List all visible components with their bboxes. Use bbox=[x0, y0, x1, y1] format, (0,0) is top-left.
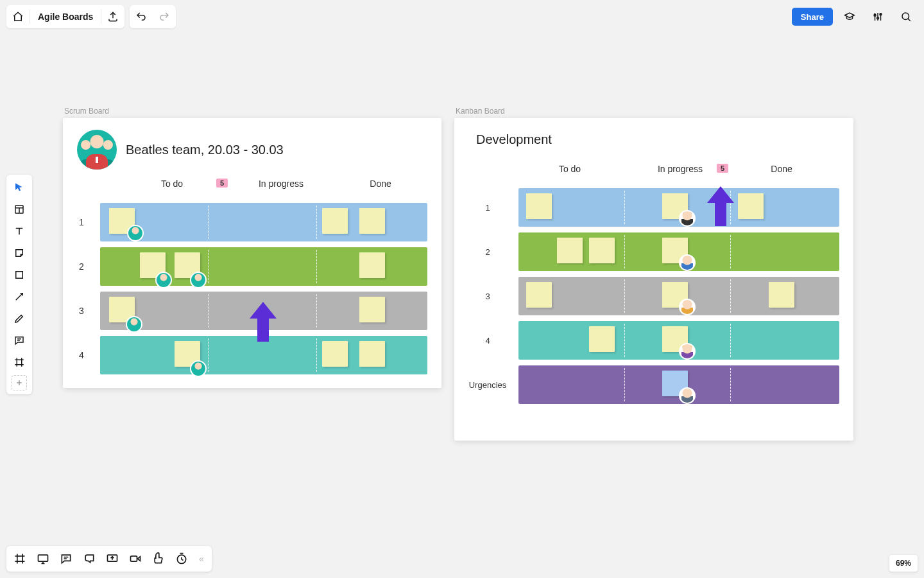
svg-rect-6 bbox=[38, 555, 48, 561]
kanban-board-frame[interactable]: Development To do In progress 5 Done 1 2 bbox=[454, 118, 853, 441]
col-label-todo: To do bbox=[559, 164, 581, 174]
sticky-note[interactable] bbox=[526, 193, 552, 219]
kanban-row-3-label: 3 bbox=[454, 292, 518, 301]
svg-point-3 bbox=[902, 13, 909, 20]
video-button[interactable] bbox=[127, 550, 144, 567]
sticky-note-tool[interactable] bbox=[9, 244, 30, 262]
bottom-toolbar: « bbox=[6, 546, 212, 572]
settings-button[interactable] bbox=[866, 5, 889, 28]
project-title[interactable]: Agile Boards bbox=[30, 12, 101, 22]
kanban-row-4-label: 4 bbox=[454, 336, 518, 346]
frames-button[interactable] bbox=[12, 550, 28, 567]
comment-tool[interactable] bbox=[9, 331, 30, 349]
scrum-lane-1[interactable] bbox=[100, 203, 427, 241]
sticky-note[interactable] bbox=[769, 282, 794, 308]
kanban-columns-header: To do In progress 5 Done bbox=[454, 164, 853, 184]
svg-rect-5 bbox=[16, 272, 23, 279]
shape-tool[interactable] bbox=[9, 266, 30, 284]
arrow-annotation-icon[interactable] bbox=[703, 182, 738, 232]
collapse-toolbar-button[interactable]: « bbox=[196, 554, 207, 564]
present-button[interactable] bbox=[35, 550, 51, 567]
export-button[interactable] bbox=[101, 5, 124, 28]
pen-tool[interactable] bbox=[9, 310, 30, 328]
scrum-row-1-label: 1 bbox=[63, 217, 100, 227]
left-toolbar bbox=[6, 175, 32, 394]
kanban-lane-4[interactable] bbox=[518, 321, 839, 360]
scrum-board-title[interactable]: Beatles team, 20.03 - 30.03 bbox=[126, 143, 284, 157]
assignee-avatar-icon[interactable] bbox=[127, 225, 144, 241]
sticky-note[interactable] bbox=[359, 297, 385, 322]
learn-button[interactable] bbox=[838, 5, 861, 28]
sticky-note[interactable] bbox=[359, 252, 385, 278]
sticky-note[interactable] bbox=[322, 208, 348, 234]
scrum-columns-header: To do 5 In progress Done bbox=[63, 179, 441, 199]
kanban-wip-badge: 5 bbox=[717, 164, 728, 173]
assignee-avatar-icon[interactable] bbox=[679, 343, 696, 360]
kanban-row-2-label: 2 bbox=[454, 247, 518, 257]
scrum-board-frame[interactable]: Beatles team, 20.03 - 30.03 To do 5 In p… bbox=[63, 118, 441, 388]
line-tool[interactable] bbox=[9, 288, 30, 306]
templates-tool[interactable] bbox=[9, 200, 30, 218]
comments-button[interactable] bbox=[58, 550, 74, 567]
undo-button[interactable] bbox=[130, 5, 153, 28]
timer-button[interactable] bbox=[173, 550, 190, 567]
col-label-done: Done bbox=[370, 179, 391, 189]
top-bar: Agile Boards Share bbox=[6, 5, 918, 28]
scrum-row-2-label: 2 bbox=[63, 261, 100, 272]
search-button[interactable] bbox=[894, 5, 918, 28]
voting-button[interactable] bbox=[150, 550, 167, 567]
frame-tool[interactable] bbox=[9, 353, 30, 371]
kanban-board-label: Kanban Board bbox=[456, 107, 505, 116]
scrum-row-3-label: 3 bbox=[63, 306, 100, 316]
kanban-lane-1[interactable] bbox=[518, 188, 839, 227]
scrum-board-label: Scrum Board bbox=[64, 107, 109, 116]
sticky-note[interactable] bbox=[738, 193, 764, 219]
kanban-row-urgencies-label: Urgencies bbox=[454, 380, 518, 390]
svg-rect-8 bbox=[131, 556, 137, 561]
assignee-avatar-icon[interactable] bbox=[679, 210, 696, 227]
assignee-avatar-icon[interactable] bbox=[679, 299, 696, 315]
more-tool[interactable] bbox=[12, 375, 27, 390]
assignee-avatar-icon[interactable] bbox=[679, 254, 696, 271]
col-label-inprogress: In progress bbox=[658, 164, 703, 174]
redo-button[interactable] bbox=[153, 5, 176, 28]
sticky-note[interactable] bbox=[359, 208, 385, 234]
kanban-lane-3[interactable] bbox=[518, 277, 839, 315]
assignee-avatar-icon[interactable] bbox=[190, 360, 207, 377]
scrum-row-4-label: 4 bbox=[63, 350, 100, 360]
col-label-inprogress: In progress bbox=[259, 179, 304, 189]
chat-button[interactable] bbox=[81, 550, 98, 567]
assignee-avatar-icon[interactable] bbox=[155, 272, 172, 288]
sticky-note[interactable] bbox=[557, 238, 583, 263]
share-button[interactable]: Share bbox=[792, 8, 833, 26]
sticky-note[interactable] bbox=[589, 326, 615, 352]
team-avatar-icon bbox=[77, 130, 117, 170]
sticky-note[interactable] bbox=[359, 341, 385, 367]
zoom-level[interactable]: 69% bbox=[889, 555, 918, 572]
select-tool[interactable] bbox=[9, 179, 30, 197]
arrow-annotation-icon[interactable] bbox=[246, 298, 280, 348]
kanban-lane-urgencies[interactable] bbox=[518, 365, 839, 404]
screen-share-button[interactable] bbox=[104, 550, 121, 567]
sticky-note[interactable] bbox=[322, 341, 348, 367]
assignee-avatar-icon[interactable] bbox=[190, 272, 207, 288]
scrum-lane-2[interactable] bbox=[100, 247, 427, 286]
kanban-board-title[interactable]: Development bbox=[476, 132, 552, 147]
scrum-wip-badge: 5 bbox=[216, 179, 228, 188]
col-label-todo: To do bbox=[161, 179, 183, 189]
home-button[interactable] bbox=[6, 5, 30, 28]
sticky-note[interactable] bbox=[589, 238, 615, 263]
assignee-avatar-icon[interactable] bbox=[126, 316, 142, 333]
sticky-note[interactable] bbox=[526, 282, 552, 308]
kanban-row-1-label: 1 bbox=[454, 203, 518, 213]
kanban-lane-2[interactable] bbox=[518, 232, 839, 271]
text-tool[interactable] bbox=[9, 222, 30, 240]
assignee-avatar-icon[interactable] bbox=[679, 387, 696, 404]
col-label-done: Done bbox=[771, 164, 792, 174]
